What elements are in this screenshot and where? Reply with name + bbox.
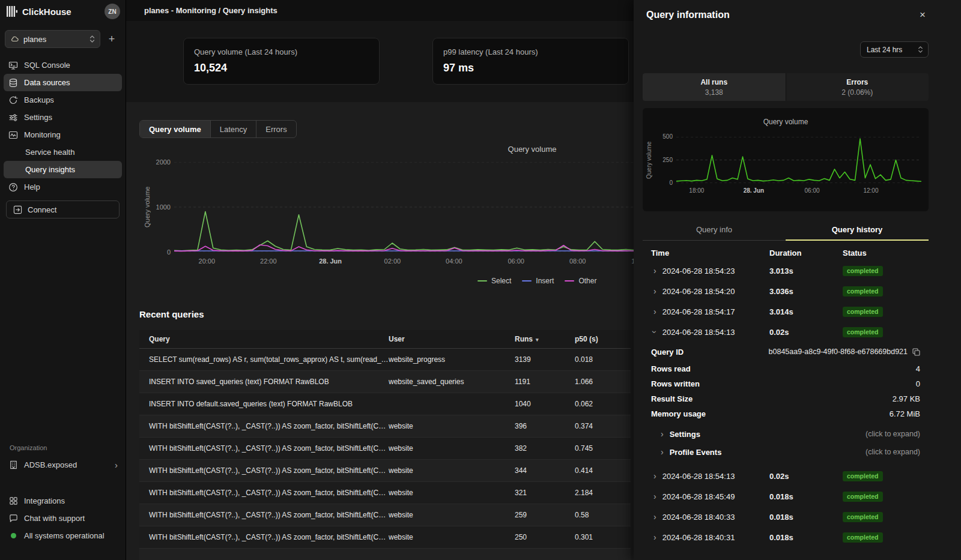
connect-button[interactable]: Connect bbox=[6, 200, 120, 218]
sidebar-footer: Integrations Chat with support All syste… bbox=[0, 492, 126, 544]
settings-expander[interactable]: › Settings (click to expand) bbox=[634, 425, 961, 443]
footer-item-label: All systems operational bbox=[24, 531, 105, 540]
user-avatar[interactable]: ZN bbox=[105, 4, 120, 19]
time-range-dropdown[interactable]: Last 24 hrs bbox=[860, 41, 929, 58]
col-p50[interactable]: p50 (s) bbox=[575, 335, 631, 343]
runs-cell: 1191 bbox=[515, 378, 575, 386]
sidebar-item-backups[interactable]: Backups bbox=[4, 91, 122, 109]
tab-latency[interactable]: Latency bbox=[211, 121, 257, 137]
table-row-partial[interactable] bbox=[139, 549, 631, 560]
history-row[interactable]: ›2024-06-28 18:54:23 3.013s completed bbox=[634, 260, 961, 281]
table-row[interactable]: WITH bitShiftLeft(CAST(?..), _CAST(?..))… bbox=[139, 504, 631, 526]
tab-query-volume[interactable]: Query volume bbox=[140, 121, 211, 137]
add-service-button[interactable]: + bbox=[104, 31, 120, 47]
sidebar-item-data-sources[interactable]: Data sources bbox=[4, 74, 122, 91]
chart-plot-area[interactable] bbox=[676, 137, 921, 183]
detail-row: Result Size 2.97 KB bbox=[634, 391, 961, 406]
clickhouse-logo-icon[interactable] bbox=[7, 6, 17, 17]
table-row[interactable]: WITH bitShiftLeft(CAST(?..), _CAST(?..))… bbox=[139, 415, 631, 438]
chevron-right-icon[interactable]: › bbox=[653, 513, 656, 521]
stat-value: 10,524 bbox=[194, 62, 369, 74]
table-row[interactable]: WITH bitShiftLeft(CAST(?..), _CAST(?..))… bbox=[139, 438, 631, 460]
sidebar-item-service-health[interactable]: Service health bbox=[4, 143, 122, 161]
mini-query-volume-chart: Query volume Query volume 0250500 18:002… bbox=[643, 108, 929, 211]
query-cell: WITH bitShiftLeft(CAST(?..), _CAST(?..))… bbox=[139, 422, 389, 430]
table-row[interactable]: SELECT sum(read_rows) AS r, sum(total_ro… bbox=[139, 349, 631, 371]
table-row[interactable]: INSERT INTO saved_queries (text) FORMAT … bbox=[139, 371, 631, 393]
user-cell: website bbox=[389, 422, 515, 430]
run-stats-tabs: All runs 3,138 Errors 2 (0.06%) bbox=[643, 73, 929, 101]
user-cell: website bbox=[389, 489, 515, 497]
sidebar-item-chat-support[interactable]: Chat with support bbox=[4, 510, 123, 527]
history-row[interactable]: ›2024-06-28 18:54:17 3.014s completed bbox=[634, 301, 961, 322]
sidebar-item-label: Service health bbox=[25, 148, 74, 157]
copy-icon[interactable] bbox=[912, 348, 920, 356]
p50-cell: 1.066 bbox=[575, 378, 631, 386]
col-query[interactable]: Query bbox=[139, 335, 389, 343]
history-row[interactable]: ›2024-06-28 18:40:31 0.018s completed bbox=[634, 527, 961, 547]
table-row[interactable]: INSERT INTO default.saved_queries (text)… bbox=[139, 393, 631, 415]
tab-query-history[interactable]: Query history bbox=[786, 221, 929, 241]
history-row[interactable]: ›2024-06-28 18:54:20 3.036s completed bbox=[634, 281, 961, 301]
sidebar-item-sql-console[interactable]: SQL Console bbox=[4, 56, 122, 74]
chevron-right-icon[interactable]: › bbox=[653, 533, 656, 541]
status-badge: completed bbox=[843, 492, 883, 502]
legend-item[interactable]: Insert bbox=[522, 277, 554, 285]
p50-cell: 0.745 bbox=[575, 444, 631, 453]
col-user[interactable]: User bbox=[389, 335, 515, 343]
profile-events-expander[interactable]: › Profile Events (click to expand) bbox=[634, 443, 961, 461]
chevron-right-icon[interactable]: › bbox=[653, 472, 656, 480]
chevron-down-icon[interactable]: › bbox=[650, 331, 659, 334]
organization-selector[interactable]: ADSB.exposed › bbox=[4, 456, 123, 474]
col-runs[interactable]: Runs▾ bbox=[515, 335, 575, 343]
runs-cell: 321 bbox=[515, 489, 575, 497]
detail-label: Result Size bbox=[651, 394, 693, 403]
tab-query-info[interactable]: Query info bbox=[643, 221, 786, 240]
user-cell: website bbox=[389, 444, 515, 453]
table-row[interactable]: WITH bitShiftLeft(CAST(?..), _CAST(?..))… bbox=[139, 482, 631, 504]
sidebar-item-monitoring[interactable]: Monitoring bbox=[4, 126, 122, 143]
col-time: Time bbox=[634, 248, 769, 257]
building-icon bbox=[8, 460, 18, 469]
service-selector[interactable]: planes bbox=[5, 30, 100, 48]
status-badge: completed bbox=[843, 512, 883, 522]
sidebar-item-help[interactable]: Help bbox=[4, 178, 122, 196]
col-status: Status bbox=[843, 248, 961, 257]
chevron-right-icon[interactable]: › bbox=[653, 287, 656, 295]
history-row[interactable]: ›2024-06-28 18:40:33 0.018s completed bbox=[634, 507, 961, 527]
monitoring-pulse-icon bbox=[8, 130, 18, 140]
run-time: 2024-06-28 18:40:33 bbox=[662, 513, 735, 522]
status-badge: completed bbox=[843, 266, 883, 276]
history-row-expanded[interactable]: ›2024-06-28 18:54:13 0.02s completed bbox=[634, 322, 961, 342]
history-row[interactable]: ›2024-06-28 18:45:49 0.018s completed bbox=[634, 486, 961, 507]
sliders-icon bbox=[8, 113, 18, 122]
close-icon[interactable]: × bbox=[916, 9, 929, 21]
p50-cell: 0.58 bbox=[575, 511, 631, 519]
chevron-right-icon[interactable]: › bbox=[653, 492, 656, 501]
chart-plot-area[interactable] bbox=[174, 162, 634, 252]
sidebar-item-integrations[interactable]: Integrations bbox=[4, 492, 123, 510]
legend-item[interactable]: Other bbox=[565, 277, 596, 285]
stat-tab-all-runs[interactable]: All runs 3,138 bbox=[643, 73, 786, 101]
user-cell: website bbox=[389, 511, 515, 519]
history-row[interactable]: ›2024-06-28 18:54:13 0.02s completed bbox=[634, 466, 961, 486]
sidebar-item-settings[interactable]: Settings bbox=[4, 109, 122, 126]
tab-errors[interactable]: Errors bbox=[256, 121, 296, 137]
chevron-right-icon[interactable]: › bbox=[653, 266, 656, 275]
table-row[interactable]: WITH bitShiftLeft(CAST(?..), _CAST(?..))… bbox=[139, 526, 631, 549]
run-duration: 0.018s bbox=[769, 492, 843, 501]
chevron-right-icon[interactable]: › bbox=[653, 307, 656, 316]
detail-value: 0 bbox=[916, 379, 920, 388]
chart-legend: SelectInsertOther bbox=[477, 277, 596, 285]
terminal-icon bbox=[8, 61, 18, 70]
stat-tab-errors[interactable]: Errors 2 (0.06%) bbox=[786, 73, 929, 101]
legend-item[interactable]: Select bbox=[477, 277, 511, 285]
status-badge: completed bbox=[843, 307, 883, 317]
p50-cell: 0.414 bbox=[575, 466, 631, 475]
table-row[interactable]: WITH bitShiftLeft(CAST(?..), _CAST(?..))… bbox=[139, 460, 631, 482]
sidebar-item-query-insights[interactable]: Query insights bbox=[4, 161, 122, 178]
runs-cell: 3139 bbox=[515, 355, 575, 364]
run-time: 2024-06-28 18:54:17 bbox=[662, 307, 735, 316]
brand-row: ClickHouse ZN bbox=[0, 0, 126, 23]
status-all-systems[interactable]: All systems operational bbox=[4, 527, 123, 544]
